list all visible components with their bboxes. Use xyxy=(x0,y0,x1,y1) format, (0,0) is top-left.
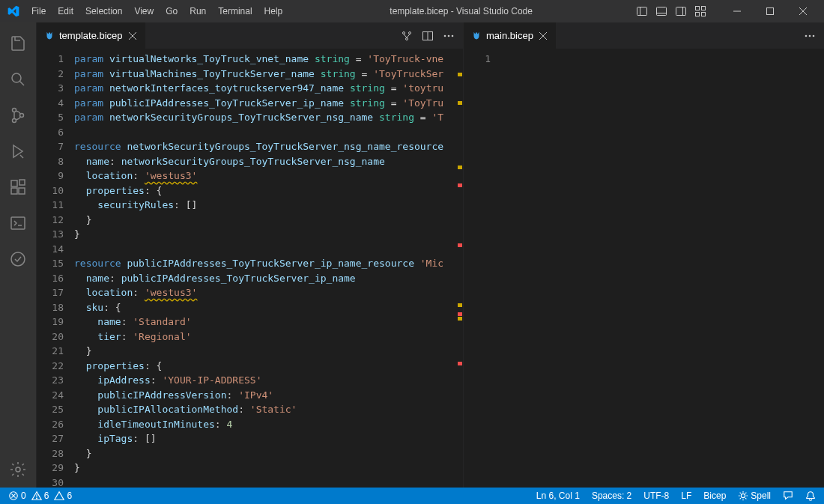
svg-rect-24 xyxy=(11,217,25,229)
code-line[interactable]: resource networkSecurityGroups_ToyTruckS… xyxy=(74,139,463,154)
tab-template-bicep[interactable]: template.bicep xyxy=(37,22,146,49)
activity-settings[interactable] xyxy=(0,452,36,488)
code-line[interactable]: properties: { xyxy=(74,183,463,198)
code-line[interactable]: } xyxy=(74,461,463,476)
bicep-icon xyxy=(471,31,482,41)
overview-mark[interactable] xyxy=(458,303,462,307)
minimize-button[interactable] xyxy=(722,0,752,22)
code-line[interactable]: idleTimeoutInMinutes: 4 xyxy=(74,417,463,432)
code-line[interactable]: } xyxy=(74,227,463,242)
code-line[interactable]: param virtualNetworks_ToyTruck_vnet_name… xyxy=(74,52,463,67)
code-line[interactable]: param publicIPAddresses_ToyTruckServer_i… xyxy=(74,96,463,111)
layout-right-icon[interactable] xyxy=(673,3,689,19)
code-line[interactable]: name: publicIPAddresses_ToyTruckServer_i… xyxy=(74,271,463,286)
code-line[interactable] xyxy=(74,476,463,488)
status-language[interactable]: Bicep xyxy=(701,488,728,504)
overview-mark[interactable] xyxy=(458,243,462,247)
close-button[interactable] xyxy=(788,0,818,22)
layout-customize-icon[interactable] xyxy=(692,3,709,19)
svg-rect-8 xyxy=(696,13,700,16)
status-problems[interactable]: 0 6 6 xyxy=(6,488,74,504)
vscode-icon xyxy=(6,4,21,19)
activity-explorer[interactable] xyxy=(0,25,36,61)
code-line[interactable]: location: 'westus3' xyxy=(74,285,463,300)
overview-mark[interactable] xyxy=(458,312,462,316)
status-feedback-icon[interactable] xyxy=(781,488,796,504)
menu-terminal[interactable]: Terminal xyxy=(212,3,258,19)
bicep-icon xyxy=(44,31,55,41)
editor-body-2[interactable]: 1 xyxy=(464,49,824,488)
code-line[interactable]: publicIPAllocationMethod: 'Static' xyxy=(74,402,463,417)
svg-point-31 xyxy=(406,37,408,40)
close-icon[interactable] xyxy=(127,31,138,41)
code-line[interactable]: publicIPAddressVersion: 'IPv4' xyxy=(74,388,463,403)
close-icon[interactable] xyxy=(538,31,548,41)
code-line[interactable]: properties: { xyxy=(74,359,463,374)
svg-point-30 xyxy=(409,31,411,34)
code-line[interactable]: name: 'Standard' xyxy=(74,315,463,330)
svg-rect-7 xyxy=(702,7,706,10)
svg-line-15 xyxy=(20,82,25,86)
tab-label: template.bicep xyxy=(59,30,123,41)
code-line[interactable]: } xyxy=(74,344,463,359)
split-editor-icon[interactable] xyxy=(419,28,436,44)
tab-main-bicep[interactable]: main.bicep xyxy=(464,22,557,49)
menu-edit[interactable]: Edit xyxy=(52,3,79,19)
layout-left-icon[interactable] xyxy=(634,3,650,19)
svg-point-14 xyxy=(12,73,21,82)
menu-selection[interactable]: Selection xyxy=(79,3,128,19)
code-line[interactable]: ipTags: [] xyxy=(74,431,463,446)
activity-terminal[interactable] xyxy=(0,205,36,241)
activity-testing[interactable] xyxy=(0,241,36,277)
code-line[interactable]: } xyxy=(74,213,463,228)
menu-view[interactable]: View xyxy=(128,3,160,19)
status-ln-col[interactable]: Ln 6, Col 1 xyxy=(534,488,582,504)
overview-mark[interactable] xyxy=(458,362,462,365)
more-icon[interactable] xyxy=(440,28,457,44)
code-line[interactable]: name: networkSecurityGroups_ToyTruckServ… xyxy=(74,154,463,169)
maximize-button[interactable] xyxy=(755,0,785,22)
layout-bottom-icon[interactable] xyxy=(653,3,670,19)
svg-point-41 xyxy=(813,34,815,37)
visualize-icon[interactable] xyxy=(399,28,415,44)
code-line[interactable]: } xyxy=(74,446,463,461)
menu-help[interactable]: Help xyxy=(258,3,289,19)
svg-point-35 xyxy=(448,34,450,37)
status-eol[interactable]: LF xyxy=(679,488,694,504)
menu-go[interactable]: Go xyxy=(160,3,184,19)
overview-mark[interactable] xyxy=(458,73,462,76)
code-line[interactable]: param networkInterfaces_toytruckserver94… xyxy=(74,81,463,96)
code-line[interactable]: location: 'westus3' xyxy=(74,168,463,183)
status-encoding[interactable]: UTF-8 xyxy=(641,488,671,504)
status-spell[interactable]: Spell xyxy=(736,488,773,504)
code-line[interactable]: param networkSecurityGroups_ToyTruckServ… xyxy=(74,110,463,125)
code-line[interactable] xyxy=(74,242,463,257)
svg-point-47 xyxy=(742,494,745,497)
activity-extensions[interactable] xyxy=(0,169,36,205)
svg-rect-22 xyxy=(19,188,25,194)
code-line[interactable] xyxy=(74,125,463,140)
svg-point-46 xyxy=(36,498,37,499)
overview-mark[interactable] xyxy=(458,317,462,321)
svg-rect-4 xyxy=(676,7,686,16)
code-line[interactable]: param virtualMachines_ToyTruckServer_nam… xyxy=(74,67,463,82)
code-line[interactable]: resource publicIPAddresses_ToyTruckServe… xyxy=(74,256,463,271)
editor-body-1[interactable]: 1234567891011121314151617181920212223242… xyxy=(37,49,463,488)
menu-file[interactable]: File xyxy=(25,3,52,19)
code-line[interactable]: securityRules: [] xyxy=(74,198,463,213)
activity-run[interactable] xyxy=(0,133,36,169)
menu-run[interactable]: Run xyxy=(184,3,212,19)
overview-mark[interactable] xyxy=(458,101,462,105)
overview-mark[interactable] xyxy=(458,183,462,187)
tabbar-2: main.bicep xyxy=(464,22,824,49)
status-spaces[interactable]: Spaces: 2 xyxy=(590,488,634,504)
overview-mark[interactable] xyxy=(458,166,462,169)
more-icon[interactable] xyxy=(802,28,818,44)
code-line[interactable]: ipAddress: 'YOUR-IP-ADDRESS' xyxy=(74,373,463,388)
activity-search[interactable] xyxy=(0,61,36,97)
code-line[interactable]: sku: { xyxy=(74,300,463,315)
status-bell-icon[interactable] xyxy=(803,488,818,504)
activity-scm[interactable] xyxy=(0,97,36,133)
code-line[interactable] xyxy=(501,52,824,67)
code-line[interactable]: tier: 'Regional' xyxy=(74,330,463,344)
